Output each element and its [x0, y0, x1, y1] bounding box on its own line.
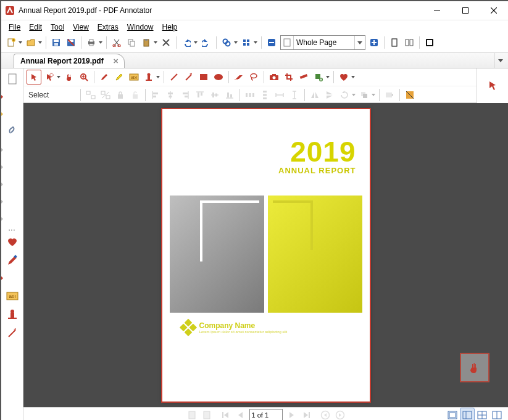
copy-button[interactable] — [125, 36, 138, 49]
tool-rect[interactable] — [197, 70, 210, 84]
marker-gray-2[interactable] — [1, 159, 3, 176]
marker-gray-3[interactable] — [1, 176, 3, 193]
svg-rect-77 — [153, 96, 156, 97]
titlebar: Annual Report 2019.pdf - PDF Annotator — [1, 1, 508, 20]
tool-snapshot[interactable] — [267, 70, 281, 84]
paste-button[interactable] — [139, 36, 158, 49]
tool-ellipse[interactable] — [212, 70, 225, 84]
menu-edit[interactable]: Edit — [25, 22, 46, 33]
save-as-button[interactable] — [64, 36, 78, 49]
separator — [384, 36, 385, 49]
svg-rect-86 — [201, 93, 202, 96]
svg-rect-38 — [427, 40, 432, 45]
color-swatch[interactable] — [403, 88, 417, 102]
cursor-mode-panel[interactable] — [477, 68, 508, 103]
align-middle — [208, 88, 222, 102]
svg-rect-8 — [54, 39, 59, 42]
menubar: File Edit Tool View Extras Window Help — [1, 20, 508, 34]
bookmarks-button[interactable] — [239, 36, 258, 49]
doc-images — [170, 196, 362, 313]
menu-view[interactable]: View — [69, 22, 93, 33]
tool-pen[interactable] — [98, 70, 111, 84]
menu-file[interactable]: File — [5, 22, 24, 33]
redo-button[interactable] — [199, 36, 213, 49]
minimize-button[interactable] — [423, 1, 451, 20]
viewer-canvas[interactable]: 2019 ANNUAL REPORT Company Name Lorem ip… — [23, 103, 508, 407]
marker-gray-1[interactable] — [1, 141, 3, 159]
sidetab-attach[interactable] — [4, 123, 21, 141]
page-field[interactable]: 1 of 1 — [249, 409, 283, 420]
sidetab-page[interactable] — [4, 70, 21, 88]
svg-rect-35 — [406, 39, 409, 46]
marker-red[interactable] — [1, 88, 3, 105]
fullscreen-button[interactable] — [423, 36, 436, 49]
svg-point-56 — [148, 73, 151, 76]
layout-a-button[interactable] — [446, 408, 459, 420]
marker-gray-5[interactable] — [1, 210, 3, 228]
cut-button[interactable] — [110, 36, 123, 49]
tab-close-button[interactable]: ✕ — [112, 57, 119, 65]
tool-pan[interactable] — [62, 70, 76, 84]
rotate-button — [338, 88, 356, 102]
floating-pan-button[interactable] — [460, 353, 489, 382]
tool-stamp[interactable] — [142, 70, 160, 84]
menu-window[interactable]: Window — [123, 22, 157, 33]
tool-select-mode[interactable] — [43, 70, 61, 84]
layout-c-button[interactable] — [475, 408, 489, 420]
layout-b-button[interactable] — [460, 408, 474, 420]
tool-lasso[interactable] — [247, 70, 260, 84]
tool-line[interactable] — [167, 70, 181, 84]
tool-eraser[interactable] — [232, 70, 246, 84]
menu-help[interactable]: Help — [159, 22, 181, 33]
sidetab-favorite[interactable] — [4, 233, 21, 250]
sidetab-stamp[interactable] — [4, 306, 21, 323]
marker-red-2[interactable] — [1, 270, 3, 287]
marker-yellow[interactable] — [1, 105, 3, 123]
print-button[interactable] — [85, 36, 103, 49]
find-button[interactable] — [220, 36, 238, 49]
marker-gray-4[interactable] — [1, 193, 3, 210]
zoom-dropdown[interactable] — [354, 36, 365, 49]
prev-page-button — [233, 408, 247, 420]
tool-favorite[interactable] — [337, 70, 356, 84]
sidetab-pen[interactable] — [4, 252, 21, 269]
save-button[interactable] — [49, 36, 63, 49]
tool-textbox[interactable]: abI — [127, 70, 141, 84]
document-page[interactable]: 2019 ANNUAL REPORT Company Name Lorem ip… — [162, 109, 370, 401]
menu-tool[interactable]: Tool — [47, 22, 68, 33]
delete-button[interactable] — [159, 36, 173, 49]
tool-measure[interactable] — [297, 70, 310, 84]
undo-button[interactable] — [180, 36, 198, 49]
open-button[interactable] — [24, 36, 43, 49]
svg-rect-23 — [243, 39, 246, 42]
tabstrip: Annual Report 2019.pdf ✕ — [1, 53, 508, 68]
zoom-select[interactable]: Whole Page — [280, 35, 365, 50]
zoom-label: Whole Page — [294, 38, 354, 47]
maximize-button[interactable] — [451, 1, 480, 20]
separator — [228, 71, 229, 83]
zoom-in-button[interactable] — [367, 36, 381, 49]
layout-single-button[interactable] — [388, 36, 401, 49]
close-button[interactable] — [480, 1, 508, 20]
svg-rect-39 — [9, 74, 16, 84]
menu-extras[interactable]: Extras — [94, 22, 122, 33]
tool-highlighter[interactable] — [112, 70, 126, 84]
tool-add[interactable] — [312, 70, 330, 84]
sidetab-text[interactable]: abI — [4, 287, 21, 305]
tool-select[interactable] — [27, 70, 41, 84]
separator — [145, 89, 146, 101]
nav-center: 1 of 1 — [185, 408, 348, 420]
document-tab[interactable]: Annual Report 2019.pdf ✕ — [14, 54, 125, 68]
layout-two-button[interactable] — [402, 36, 416, 49]
svg-rect-98 — [263, 97, 267, 99]
tool-zoom[interactable] — [77, 70, 91, 84]
new-button[interactable] — [4, 36, 23, 49]
sidetab-arrow[interactable] — [4, 324, 21, 342]
tool-crop[interactable] — [282, 70, 296, 84]
tab-overflow-button[interactable] — [494, 53, 507, 68]
layout-d-button[interactable] — [490, 408, 504, 420]
page-field-value: 1 of 1 — [252, 411, 269, 419]
tool-arrow[interactable] — [182, 70, 196, 84]
svg-rect-66 — [315, 74, 320, 79]
zoom-out-button[interactable] — [265, 36, 278, 49]
